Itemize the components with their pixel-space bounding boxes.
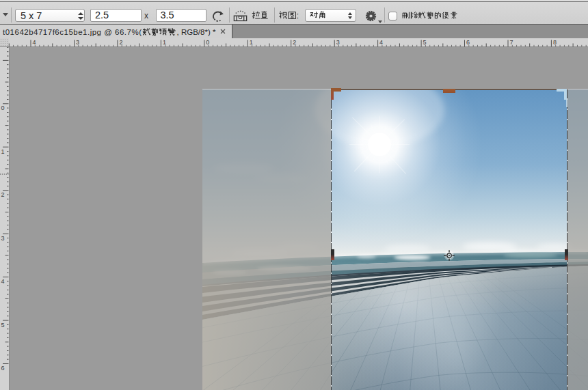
svg-text:1: 1	[250, 39, 253, 46]
svg-text:8: 8	[553, 39, 557, 46]
svg-text:2: 2	[293, 39, 296, 46]
svg-text:4: 4	[33, 39, 36, 46]
svg-text:5: 5	[423, 39, 427, 46]
svg-text:3: 3	[1, 235, 5, 242]
svg-text:6: 6	[466, 39, 470, 46]
svg-text:4: 4	[1, 278, 5, 285]
svg-text:2: 2	[1, 191, 5, 198]
svg-text:0: 0	[1, 105, 5, 111]
svg-text:0: 0	[206, 39, 209, 46]
svg-text:1: 1	[163, 39, 166, 46]
svg-text:6: 6	[1, 365, 5, 372]
svg-text:2: 2	[119, 39, 122, 46]
svg-text:5: 5	[1, 322, 5, 329]
svg-text:4: 4	[379, 39, 383, 46]
svg-text:3: 3	[76, 39, 79, 46]
svg-text:7: 7	[510, 39, 513, 46]
svg-text:1: 1	[1, 148, 5, 155]
svg-text:3: 3	[336, 39, 340, 46]
